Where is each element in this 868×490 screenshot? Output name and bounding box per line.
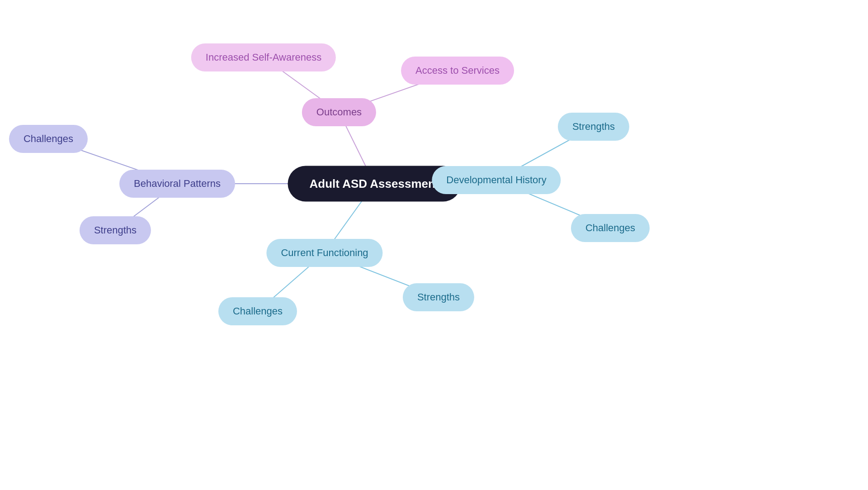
behavioral-patterns-node[interactable]: Behavioral Patterns [119, 170, 235, 198]
current-functioning-node[interactable]: Current Functioning [266, 239, 382, 267]
developmental-history-node[interactable]: Developmental History [432, 166, 561, 194]
current-challenges-node[interactable]: Challenges [218, 297, 297, 325]
developmental-strengths-node[interactable]: Strengths [558, 113, 629, 141]
increased-self-awareness-node[interactable]: Increased Self-Awareness [191, 43, 336, 71]
outcomes-node[interactable]: Outcomes [302, 98, 376, 126]
behavioral-strengths-node[interactable]: Strengths [80, 216, 151, 244]
developmental-challenges-node[interactable]: Challenges [571, 214, 650, 242]
access-to-services-node[interactable]: Access to Services [401, 57, 514, 85]
current-strengths-node[interactable]: Strengths [403, 283, 474, 311]
behavioral-challenges-node[interactable]: Challenges [9, 125, 88, 153]
